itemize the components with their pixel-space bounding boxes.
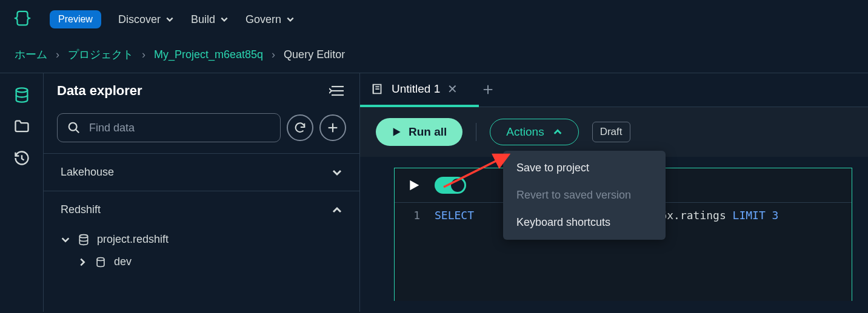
tab-label: Untitled 1 [392, 82, 440, 96]
nav-build[interactable]: Build [191, 13, 229, 26]
history-icon[interactable] [13, 150, 30, 166]
preview-badge: Preview [50, 10, 101, 28]
tree-item-label: project.redshift [97, 233, 169, 246]
annotation-arrow [439, 150, 518, 192]
plus-icon [326, 121, 339, 134]
nav-govern-label: Govern [245, 13, 281, 26]
data-explorer-panel: Data explorer [44, 73, 360, 312]
svg-point-9 [97, 257, 104, 260]
search-icon [67, 121, 81, 134]
add-tab-button[interactable]: ＋ [469, 77, 507, 100]
nav-govern[interactable]: Govern [245, 13, 295, 26]
chevron-down-icon [286, 15, 295, 24]
product-logo-icon [12, 9, 33, 30]
tree-item-dev[interactable]: dev [61, 251, 342, 273]
nav-discover[interactable]: Discover [118, 13, 174, 26]
tree-item-project-redshift[interactable]: project.redshift [61, 228, 342, 251]
query-editor: Untitled 1 ✕ ＋ Run all Actions Draft Sav… [360, 73, 868, 312]
actions-button[interactable]: Actions [490, 119, 578, 145]
database-icon [95, 256, 107, 268]
run-all-label: Run all [409, 125, 447, 139]
icon-rail [0, 73, 44, 312]
chevron-up-icon [332, 205, 342, 216]
section-redshift-label: Redshift [61, 203, 101, 216]
add-button[interactable] [319, 114, 346, 141]
svg-line-5 [76, 130, 79, 133]
main-area: Data explorer [0, 73, 868, 312]
tree-item-label: dev [114, 255, 132, 268]
notebook-icon [371, 82, 384, 96]
chevron-up-icon [553, 127, 563, 137]
breadcrumb: ホーム › プロジェクト › My_Project_m6eat85q › Que… [0, 39, 868, 73]
database-icon [78, 234, 90, 246]
collapse-panel-icon[interactable] [329, 84, 346, 98]
chevron-down-icon [220, 15, 229, 24]
actions-menu: Save to project Revert to saved version … [503, 151, 666, 240]
chevron-down-icon [61, 235, 70, 245]
actions-label: Actions [506, 125, 544, 139]
menu-keyboard-shortcuts[interactable]: Keyboard shortcuts [503, 209, 666, 236]
breadcrumb-sep: › [142, 48, 145, 61]
run-all-button[interactable]: Run all [376, 118, 462, 146]
chevron-down-icon [332, 167, 342, 178]
breadcrumb-project-name[interactable]: My_Project_m6eat85q [154, 48, 263, 61]
nav-discover-label: Discover [118, 13, 161, 26]
breadcrumb-current: Query Editor [284, 48, 345, 61]
svg-point-8 [79, 234, 87, 237]
chevron-down-icon [165, 15, 174, 24]
breadcrumb-projects[interactable]: プロジェクト [68, 47, 133, 62]
search-input-wrapper[interactable] [57, 113, 281, 142]
refresh-icon [293, 121, 307, 134]
top-nav: Preview Discover Build Govern [0, 0, 868, 39]
chevron-right-icon [78, 257, 87, 267]
panel-title: Data explorer [57, 83, 142, 99]
refresh-button[interactable] [287, 114, 313, 141]
breadcrumb-sep: › [56, 48, 59, 61]
search-input[interactable] [89, 122, 270, 134]
nav-build-label: Build [191, 13, 215, 26]
tab-untitled-1[interactable]: Untitled 1 ✕ [360, 73, 469, 105]
editor-toolbar: Run all Actions Draft Save to project Re… [360, 107, 868, 157]
database-icon[interactable] [13, 87, 30, 104]
divider [476, 123, 476, 141]
run-cell-button[interactable] [408, 179, 420, 191]
section-lakehouse-label: Lakehouse [61, 166, 114, 179]
section-redshift[interactable]: Redshift [44, 191, 359, 228]
menu-revert[interactable]: Revert to saved version [503, 182, 666, 209]
draft-badge: Draft [592, 122, 630, 142]
svg-point-4 [69, 123, 77, 131]
svg-point-0 [16, 88, 27, 92]
play-icon [392, 127, 401, 137]
line-number: 1 [408, 209, 420, 222]
breadcrumb-home[interactable]: ホーム [15, 47, 47, 62]
menu-save-to-project[interactable]: Save to project [503, 154, 666, 182]
section-lakehouse[interactable]: Lakehouse [44, 154, 359, 191]
svg-line-12 [444, 156, 507, 187]
close-icon[interactable]: ✕ [447, 82, 458, 96]
folder-icon[interactable] [13, 118, 30, 135]
tab-bar: Untitled 1 ✕ ＋ [360, 73, 868, 107]
breadcrumb-sep: › [272, 48, 275, 61]
code-text: SELECT [435, 209, 474, 222]
